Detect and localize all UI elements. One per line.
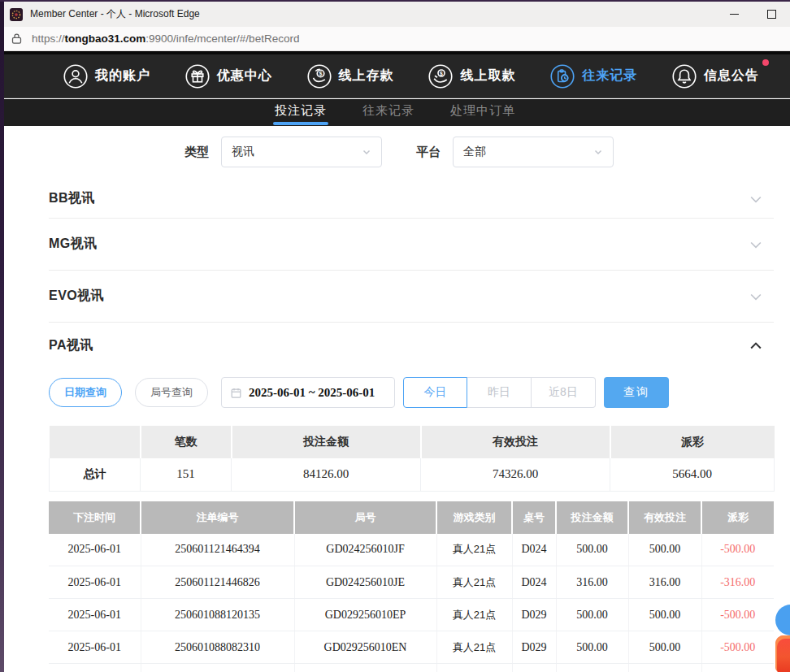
cell-payout: -500.00	[701, 631, 774, 664]
cell-bet-amount: 500.00	[556, 534, 628, 566]
header-bet-amount: 投注金额	[556, 501, 628, 534]
nav-item-deposit[interactable]: $ 线上存款	[307, 64, 394, 89]
section-evo-header[interactable]: EVO视讯	[49, 271, 774, 323]
header-order-no: 注单编号	[141, 501, 294, 534]
cell-payout: -500.00	[701, 599, 774, 631]
platform-select-value: 全部	[463, 145, 593, 159]
nav-item-records[interactable]: 往来记录	[550, 64, 637, 89]
cell-table-no: D024	[512, 566, 556, 599]
tab-transaction-records[interactable]: 往来记录	[362, 103, 415, 124]
cell-table-no: D024	[512, 534, 556, 566]
site-favicon	[10, 8, 23, 21]
floating-promo-widget[interactable]	[775, 635, 790, 672]
cell-round-no: GD024256010JE	[294, 566, 436, 599]
main-navigation: 我的账户 优惠中心 $ 线上存款 $ 线上取款	[0, 54, 790, 98]
summary-header-payout: 派彩	[610, 426, 775, 458]
user-icon	[63, 64, 88, 89]
table-row: 2025-06-01 250601121446826 GD024256010JE…	[49, 566, 774, 599]
nav-item-withdraw[interactable]: $ 线上取款	[428, 64, 515, 89]
url-text[interactable]: https://tongbao31.com:9900/infe/mcenter/…	[32, 33, 299, 45]
chevron-down-icon	[593, 147, 603, 157]
date-query-button[interactable]: 日期查询	[49, 378, 122, 407]
cell-payout: -500.00	[701, 534, 774, 566]
type-select-value: 视讯	[232, 145, 362, 159]
nav-label: 线上取款	[460, 67, 515, 85]
pa-query-controls: 日期查询 局号查询 2025-06-01 ~ 2025-06-01 今日 昨日 …	[49, 377, 774, 408]
cell-round-no: GD024256010JF	[294, 534, 436, 566]
summary-count: 151	[141, 458, 232, 491]
window-title: Member Center - 个人 - Microsoft Edge	[30, 7, 200, 21]
tab-pending-orders[interactable]: 处理中订单	[450, 103, 515, 124]
section-title: MG视讯	[49, 236, 98, 253]
records-clipboard-icon	[550, 64, 575, 89]
gift-icon	[185, 64, 210, 89]
type-filter-label: 类型	[184, 145, 209, 160]
nav-label: 优惠中心	[217, 67, 272, 85]
maximize-button[interactable]	[753, 2, 790, 27]
summary-bet-amount: 84126.00	[232, 458, 421, 491]
bet-records-table: 下注时间 注单编号 局号 游戏类别 桌号 投注金额 有效投注 派彩 2025-0…	[49, 501, 774, 672]
header-valid-bet: 有效投注	[628, 501, 701, 534]
cell-game-type: 真人21点	[436, 631, 512, 664]
chevron-up-icon	[748, 338, 764, 354]
yesterday-button[interactable]: 昨日	[467, 377, 532, 408]
section-title: EVO视讯	[49, 288, 104, 305]
sub-navigation: 投注记录 往来记录 处理中订单	[0, 99, 790, 126]
today-button[interactable]: 今日	[403, 377, 467, 408]
chevron-down-icon	[362, 147, 371, 157]
window-controls	[715, 2, 790, 27]
cell-round-no: GD029256010EN	[294, 631, 436, 664]
svg-text:$: $	[441, 70, 444, 76]
minimize-button[interactable]	[715, 2, 753, 27]
cell-valid-bet: 500.00	[628, 631, 701, 664]
summary-table: 笔数 投注金额 有效投注 派彩 总计 151 84126.00 74326.00…	[49, 426, 775, 492]
last-8-days-button[interactable]: 近8日	[532, 377, 596, 408]
nav-item-announcements[interactable]: 信息公告	[672, 64, 759, 89]
browser-address-bar[interactable]: https://tongbao31.com:9900/infe/mcenter/…	[0, 27, 790, 51]
date-range-input[interactable]: 2025-06-01 ~ 2025-06-01	[221, 377, 395, 408]
chevron-down-icon	[748, 288, 764, 305]
summary-valid-bet: 74326.00	[421, 458, 610, 491]
platform-filter-label: 平台	[416, 145, 441, 160]
svg-text:$: $	[319, 71, 322, 77]
deposit-coin-icon: $	[307, 64, 332, 89]
chevron-down-icon	[748, 236, 764, 253]
nav-label: 线上存款	[339, 67, 394, 85]
lock-icon[interactable]	[11, 33, 23, 45]
cell-bet-time: 2025-06-01	[49, 631, 141, 664]
header-bet-time: 下注时间	[49, 501, 141, 534]
section-mg-header[interactable]: MG视讯	[49, 219, 774, 271]
nav-item-my-account[interactable]: 我的账户	[63, 64, 150, 89]
table-row: 2025-06-01 250601088082310 GD029256010EN…	[49, 631, 774, 664]
summary-total-row: 总计 151 84126.00 74326.00 5664.00	[50, 458, 775, 491]
round-query-button[interactable]: 局号查询	[135, 378, 208, 407]
section-bb-header[interactable]: BB视讯	[49, 180, 774, 219]
section-title: PA视讯	[49, 337, 93, 354]
summary-header-empty	[50, 426, 141, 458]
platform-select[interactable]: 全部	[453, 137, 614, 167]
summary-header-row: 笔数 投注金额 有效投注 派彩	[50, 426, 775, 458]
header-round-no: 局号	[294, 501, 436, 534]
tab-bet-records[interactable]: 投注记录	[275, 103, 327, 124]
cell-bet-amount: 316.00	[556, 566, 628, 599]
quick-date-group: 今日 昨日 近8日	[403, 377, 596, 408]
nav-label: 往来记录	[582, 67, 637, 85]
browser-window: Member Center - 个人 - Microsoft Edge http…	[0, 0, 790, 672]
nav-label: 我的账户	[95, 67, 150, 85]
summary-payout: 5664.00	[610, 458, 775, 491]
search-button[interactable]: 查询	[604, 377, 669, 408]
section-pa-header[interactable]: PA视讯	[49, 323, 774, 369]
nav-item-promotions[interactable]: 优惠中心	[185, 64, 272, 89]
filter-row: 类型 视讯 平台 全部	[184, 137, 774, 167]
section-title: BB视讯	[49, 190, 95, 207]
date-range-value: 2025-06-01 ~ 2025-06-01	[249, 386, 375, 400]
cell-table-no: D029	[512, 599, 556, 631]
header-game-type: 游戏类别	[436, 501, 512, 534]
cell-order-no: 250601088120135	[141, 599, 294, 631]
summary-total-label: 总计	[50, 458, 141, 491]
summary-header-valid-bet: 有效投注	[421, 426, 610, 458]
cell-bet-time: 2025-06-01	[49, 534, 141, 566]
cell-bet-amount: 500.00	[556, 631, 628, 664]
page-content: 类型 视讯 平台 全部 BB视讯 MG视讯 EVO视讯	[4, 126, 790, 672]
type-select[interactable]: 视讯	[221, 137, 382, 167]
